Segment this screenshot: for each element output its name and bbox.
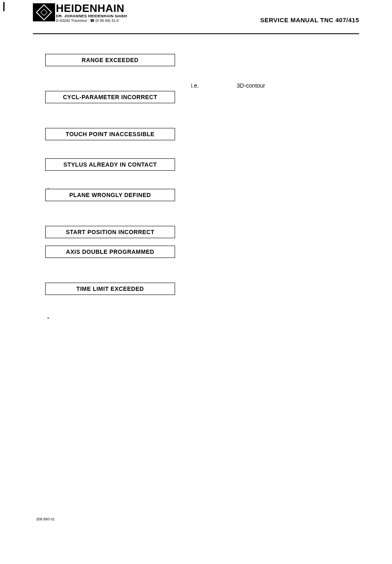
manual-title: SERVICE MANUAL TNC 407/415 xyxy=(260,3,359,23)
error-stylus-already-in-contact: STYLUS ALREADY IN CONTACT xyxy=(45,158,175,171)
error-plane-wrongly-defined: PLANE WRONGLY DEFINED xyxy=(45,189,175,201)
text-ie: i.e. xyxy=(191,82,199,89)
error-axis-double-programmed: AXIS DOUBLE PROGRAMMED xyxy=(45,246,175,258)
error-touch-point-inaccessible: TOUCH POINT INACCESSIBLE xyxy=(45,128,175,140)
error-start-position-incorrect: START POSITION INCORRECT xyxy=(45,226,175,238)
heidenhain-logo-icon xyxy=(33,3,55,21)
error-time-limit-exceeded: TIME LIMIT EXCEEDED xyxy=(45,283,175,295)
error-range-exceeded: RANGE EXCEEDED xyxy=(45,54,175,66)
text-3d-contour: 3D-contour xyxy=(237,82,265,89)
logo-text-block: HEIDENHAIN DR. JOHANNES HEIDENHAIN GmbH … xyxy=(56,3,127,23)
footer-document-number: 208 850 01 xyxy=(36,517,55,521)
bullet-dash-1: - xyxy=(47,185,49,192)
logo-address: D-83292 Traunreut · ☎ (0 86 69) 31-0 xyxy=(56,19,127,23)
error-cycl-parameter-incorrect: CYCL-PARAMETER INCORRECT xyxy=(45,91,175,103)
logo-block: HEIDENHAIN DR. JOHANNES HEIDENHAIN GmbH … xyxy=(33,3,127,23)
page-container: HEIDENHAIN DR. JOHANNES HEIDENHAIN GmbH … xyxy=(0,0,392,564)
header: HEIDENHAIN DR. JOHANNES HEIDENHAIN GmbH … xyxy=(33,3,359,34)
logo-brand: HEIDENHAIN xyxy=(56,3,127,14)
bullet-dash-2: - xyxy=(47,314,49,321)
logo-company: DR. JOHANNES HEIDENHAIN GmbH xyxy=(56,14,127,18)
content-area: RANGE EXCEEDED CYCL-PARAMETER INCORRECT … xyxy=(33,54,359,295)
